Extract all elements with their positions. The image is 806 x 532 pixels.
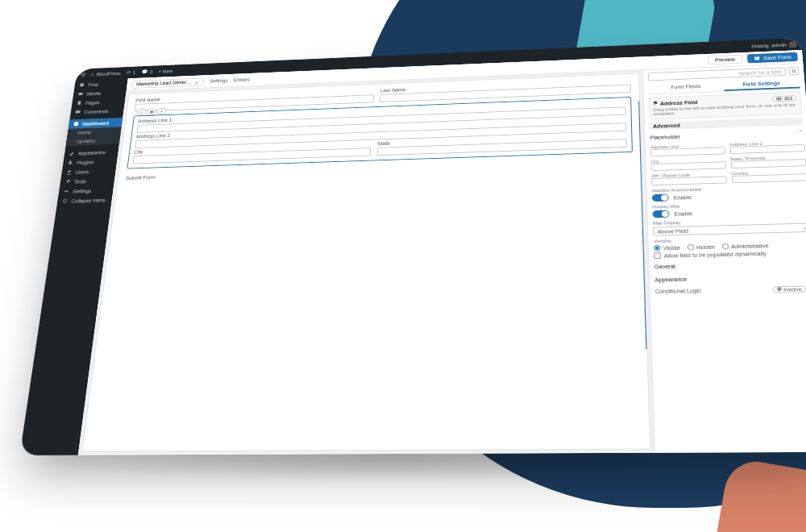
visibility-option-admin[interactable]: Administrative [721, 243, 769, 250]
flag-icon: ⚑ [653, 101, 658, 106]
displaymap-label: Enable [674, 210, 692, 216]
users-icon [66, 169, 73, 175]
search-button[interactable] [788, 67, 799, 76]
dashboard-icon [73, 121, 79, 127]
save-icon [754, 55, 761, 61]
home-icon: ⌂ [91, 72, 95, 77]
chevron-down-icon: ⌄ [194, 79, 199, 85]
svg-rect-5 [64, 191, 69, 192]
preview-button[interactable]: Preview [708, 55, 742, 65]
form-title-dropdown[interactable]: Marketing Lead Gener… ⌄ [131, 77, 204, 88]
tab-form-fields[interactable]: Form Fields [648, 81, 724, 94]
tab-entries[interactable]: Entries [234, 77, 250, 82]
svg-rect-1 [78, 93, 82, 95]
group-appearance[interactable]: Appearance⌄ [654, 272, 806, 285]
tab-field-settings[interactable]: Field Settings [723, 77, 800, 91]
visibility-option-hidden[interactable]: Hidden [687, 243, 715, 250]
collapse-icon [61, 198, 68, 204]
field-id-badge: ID: 211 [772, 95, 797, 102]
svg-point-6 [63, 199, 67, 202]
toolbar-wp-logo[interactable]: ⓦ [80, 71, 85, 77]
toolbar-new[interactable]: + New [158, 69, 172, 73]
plugins-icon [67, 160, 73, 165]
settings-icon [63, 189, 69, 194]
pin-icon [79, 82, 85, 88]
chevron-up-icon: ⌃ [798, 129, 804, 135]
field-info-box: ⚑Address Field ID: 211 Drag a field to t… [649, 92, 802, 120]
checkbox-icon [654, 252, 661, 259]
comment-icon [75, 110, 81, 115]
appearance-icon [69, 151, 75, 156]
toolbar-comments[interactable]: 💬0 [141, 69, 153, 75]
pages-icon [76, 100, 82, 106]
svg-point-4 [68, 170, 70, 172]
search-icon [791, 69, 797, 73]
ph-city-input[interactable] [651, 161, 726, 171]
radio-icon [721, 243, 729, 250]
chevron-down-icon: ⌄ [802, 225, 806, 231]
media-icon [77, 91, 84, 97]
refresh-icon: ⟳ [126, 70, 131, 76]
svg-rect-2 [77, 101, 81, 105]
sidebar-item-collapse[interactable]: Collapse menu [57, 195, 113, 206]
tab-settings[interactable]: Settings [210, 78, 228, 84]
avatar [789, 41, 797, 48]
toolbar-site-link[interactable]: ⌂WordPress [91, 71, 121, 77]
svg-rect-8 [151, 111, 153, 113]
svg-rect-9 [151, 111, 153, 113]
svg-rect-7 [755, 56, 758, 58]
toolbar-site-name: WordPress [96, 71, 121, 77]
field-type-title: Address Field [660, 99, 698, 106]
toolbar-howdy[interactable]: Howdy, admin [751, 41, 796, 49]
autocomplete-label: Enable [674, 194, 692, 200]
displaymap-toggle[interactable] [653, 210, 670, 218]
radio-icon [654, 245, 661, 251]
autocomplete-toggle[interactable] [652, 193, 669, 202]
right-panel: Search for a field Form Fields Field Set… [642, 64, 806, 453]
radio-icon [687, 244, 694, 251]
tablet-frame: ⓦ ⌂WordPress ⟳1 💬0 + New Howdy, admin Po… [19, 38, 806, 455]
tools-icon [64, 179, 71, 185]
form-canvas[interactable]: First Name Last Name [81, 73, 650, 452]
conditional-state-pill: Inactive [773, 285, 806, 293]
group-conditional-logic[interactable]: Conditional Logic Inactive [655, 285, 806, 295]
svg-point-3 [73, 122, 78, 126]
group-general[interactable]: General⌄ [654, 258, 806, 272]
workspace: Marketing Lead Gener… ⌄ Settings Entries… [78, 50, 806, 455]
visibility-option-visible[interactable]: Visible [654, 244, 680, 251]
save-form-button[interactable]: Save Form [747, 52, 798, 64]
comment-icon: 💬 [141, 69, 148, 75]
toolbar-updates[interactable]: ⟳1 [126, 70, 135, 76]
svg-point-0 [80, 83, 85, 87]
svg-point-10 [791, 69, 795, 72]
wordpress-icon: ⓦ [80, 71, 85, 77]
